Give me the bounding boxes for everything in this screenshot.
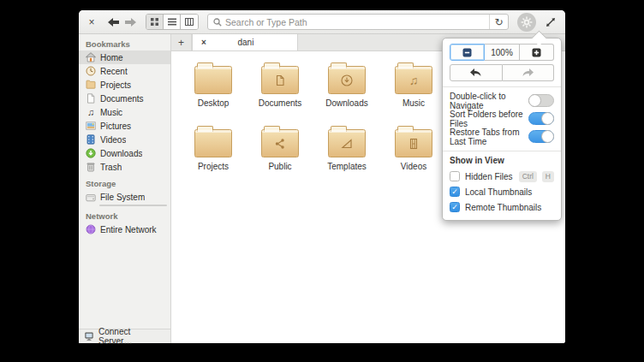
folder-icon: ♫: [395, 66, 432, 94]
folder-item-downloads[interactable]: Downloads: [313, 62, 380, 115]
shortcut-key-ctrl: Ctrl: [519, 171, 537, 182]
zoom-out-button[interactable]: [450, 44, 485, 61]
gear-icon: [521, 16, 533, 28]
folder-icon: [261, 129, 299, 157]
back-arrow-icon: [108, 18, 119, 27]
undo-arrow-icon: [470, 68, 481, 77]
folder-label: Templates: [327, 162, 367, 171]
screen: ×: [0, 0, 644, 362]
folder-icon: [261, 66, 299, 94]
download-glyph-icon: [340, 74, 354, 87]
refresh-button[interactable]: ↻: [489, 15, 508, 29]
sidebar-item-home[interactable]: Home: [79, 50, 170, 64]
folder-label: Downloads: [325, 98, 367, 108]
folder-item-public[interactable]: Public: [247, 125, 313, 178]
back-button[interactable]: [104, 14, 122, 31]
connect-server-button[interactable]: Connect Server…: [79, 329, 170, 343]
restore-tabs-toggle[interactable]: [528, 130, 554, 143]
column-view-button[interactable]: [181, 15, 198, 29]
hidden-files-row: Hidden Files Ctrl H: [450, 169, 554, 184]
music-glyph-icon: ♫: [409, 74, 419, 86]
folder-item-desktop[interactable]: Desktop: [180, 62, 247, 115]
trash-icon: [86, 162, 96, 172]
sidebar-item-file-system[interactable]: File System: [79, 190, 170, 206]
sidebar-item-label: Projects: [100, 80, 131, 90]
checkbox-label: Hidden Files: [465, 172, 514, 181]
tab-close-icon[interactable]: ×: [201, 38, 206, 47]
sidebar-item-label: Recent: [100, 67, 128, 76]
sidebar-item-label: Documents: [100, 94, 144, 104]
double-click-navigate-toggle[interactable]: [528, 94, 554, 107]
folder-item-projects[interactable]: Projects: [180, 125, 247, 178]
toggle-label: Sort Folders before Files: [450, 110, 528, 128]
show-in-view-header: Show in View: [450, 156, 554, 165]
sidebar-item-downloads[interactable]: Downloads: [79, 146, 170, 160]
window-close-button[interactable]: ×: [86, 16, 98, 28]
folder-item-templates[interactable]: Templates: [313, 125, 380, 178]
folder-icon: [328, 66, 366, 94]
download-icon: [86, 148, 96, 158]
folder-icon: [86, 80, 96, 90]
sidebar-item-trash[interactable]: Trash: [79, 160, 170, 174]
settings-menu-button[interactable]: [517, 13, 536, 32]
grid-view-icon: [151, 18, 158, 26]
folder-item-music[interactable]: ♫ Music: [380, 62, 447, 115]
folder-label: Documents: [259, 98, 302, 108]
search-input[interactable]: Search or Type Path ↻: [207, 14, 509, 30]
folder-item-documents[interactable]: Documents: [247, 62, 313, 115]
sidebar-item-videos[interactable]: Videos: [79, 133, 170, 146]
hidden-files-checkbox[interactable]: [450, 171, 460, 181]
picture-icon: [86, 121, 96, 131]
sidebar-item-label: Videos: [100, 135, 126, 145]
server-icon: [84, 331, 94, 341]
music-note-icon: ♫: [86, 107, 96, 117]
checkbox-label: Remote Thumbnails: [465, 203, 554, 212]
sidebar-item-documents[interactable]: Documents: [79, 92, 170, 105]
local-thumbnails-checkbox[interactable]: ✓: [450, 187, 460, 197]
folder-label: Public: [268, 162, 291, 171]
network-globe-icon: [86, 224, 96, 234]
toggle-label: Double-click to Navigate: [450, 92, 528, 110]
sidebar-item-entire-network[interactable]: Entire Network: [79, 223, 170, 236]
remote-thumbnails-checkbox[interactable]: ✓: [450, 202, 460, 212]
list-view-icon: [168, 18, 176, 26]
folder-icon: [194, 66, 232, 94]
sidebar-item-pictures[interactable]: Pictures: [79, 119, 170, 133]
sidebar-header-bookmarks: Bookmarks: [79, 34, 170, 50]
sidebar-item-music[interactable]: ♫ Music: [79, 105, 170, 119]
undo-button[interactable]: [450, 64, 503, 81]
file-manager-window: ×: [79, 10, 565, 343]
zoom-in-button[interactable]: [520, 44, 554, 61]
expand-icon: [546, 17, 556, 27]
sidebar-item-recent[interactable]: Recent: [79, 64, 170, 78]
grid-view-button[interactable]: [146, 15, 164, 29]
document-glyph-icon: [273, 74, 287, 87]
folder-label: Videos: [401, 162, 426, 171]
sort-folders-row: Sort Folders before Files: [450, 110, 554, 128]
column-view-icon: [185, 18, 194, 26]
new-tab-button[interactable]: +: [171, 34, 192, 50]
toggle-knob: [541, 112, 554, 125]
template-glyph-icon: [340, 137, 354, 151]
search-icon: [213, 18, 222, 27]
redo-arrow-icon: [522, 68, 534, 77]
home-icon: [86, 52, 96, 62]
sidebar-item-label: Downloads: [100, 149, 142, 158]
tab-dani[interactable]: × dani: [192, 34, 298, 50]
zoom-level: 100%: [485, 44, 519, 61]
list-view-button[interactable]: [164, 15, 181, 29]
forward-button[interactable]: [122, 14, 139, 31]
forward-arrow-icon: [125, 18, 136, 27]
sidebar-item-label: Pictures: [100, 122, 131, 131]
redo-button[interactable]: [503, 64, 555, 81]
zoom-control: 100%: [450, 44, 554, 61]
folder-item-videos[interactable]: Videos: [380, 125, 447, 178]
sort-folders-toggle[interactable]: [528, 112, 554, 125]
view-switcher: [146, 14, 199, 30]
toggle-knob: [528, 94, 541, 107]
checkbox-label: Local Thumbnails: [465, 187, 554, 197]
fullscreen-button[interactable]: [543, 15, 558, 30]
sidebar-item-projects[interactable]: Projects: [79, 78, 170, 92]
local-thumbnails-row: ✓ Local Thumbnails: [450, 184, 554, 199]
sidebar-header-network: Network: [79, 206, 170, 223]
